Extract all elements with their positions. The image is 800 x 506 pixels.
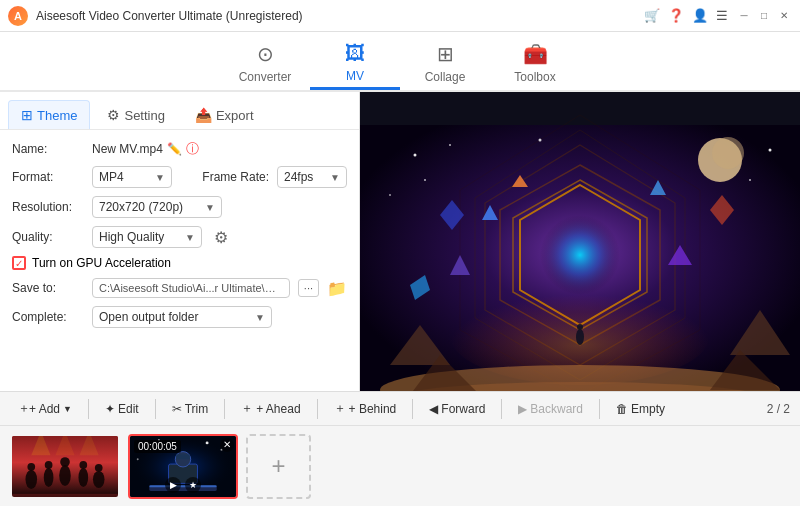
sep7 — [599, 399, 600, 419]
maximize-button[interactable]: □ — [756, 8, 772, 24]
help-icon[interactable]: ❓ — [668, 8, 684, 23]
save-to-row: Save to: C:\Aiseesoft Studio\Ai...r Ulti… — [12, 278, 347, 298]
mv-icon: 🖼 — [345, 42, 365, 65]
sep2 — [155, 399, 156, 419]
tab-mv-label: MV — [346, 69, 364, 83]
trim-button[interactable]: ✂ Trim — [164, 399, 217, 419]
quality-select[interactable]: High Quality ▼ — [92, 226, 202, 248]
empty-button[interactable]: 🗑 Empty — [608, 399, 673, 419]
svg-point-40 — [60, 457, 70, 467]
clip-2-play[interactable]: ▶ — [165, 477, 181, 493]
subtab-setting-label: Setting — [124, 108, 164, 123]
add-arrow: ▼ — [63, 404, 72, 414]
svg-point-35 — [25, 469, 37, 488]
gpu-label: Turn on GPU Acceleration — [32, 256, 171, 270]
clip-item-1[interactable] — [10, 434, 120, 499]
clip-2-duration: 00:00:05 — [134, 440, 181, 453]
svg-rect-52 — [176, 454, 189, 459]
clip-2-star[interactable]: ★ — [185, 477, 201, 493]
svg-point-28 — [576, 329, 584, 345]
format-arrow: ▼ — [155, 172, 165, 183]
svg-point-44 — [95, 463, 103, 471]
svg-point-38 — [45, 461, 53, 469]
minimize-button[interactable]: ─ — [736, 8, 752, 24]
toolbox-icon: 🧰 — [523, 42, 548, 66]
backward-icon: ▶ — [518, 402, 527, 416]
cart-icon[interactable]: 🛒 — [644, 8, 660, 23]
quality-arrow: ▼ — [185, 232, 195, 243]
gpu-checkbox[interactable]: ✓ — [12, 256, 26, 270]
ahead-button[interactable]: ＋ + Ahead — [233, 397, 308, 420]
folder-icon[interactable]: 📁 — [327, 279, 347, 298]
clip-1-thumbnail — [12, 436, 118, 497]
setting-icon: ⚙ — [107, 107, 120, 123]
empty-icon: 🗑 — [616, 402, 628, 416]
ahead-icon: ＋ — [241, 400, 253, 417]
resolution-select[interactable]: 720x720 (720p) ▼ — [92, 196, 222, 218]
edit-icon: ✦ — [105, 402, 115, 416]
frame-rate-label: Frame Rate: — [202, 170, 269, 184]
main-nav: ⊙ Converter 🖼 MV ⊞ Collage 🧰 Toolbox — [0, 32, 800, 92]
clip-2-close[interactable]: ✕ — [220, 438, 234, 452]
bottom-area: ＋ + Add ▼ ✦ Edit ✂ Trim ＋ + Ahead ＋ + Be… — [0, 391, 800, 506]
save-path[interactable]: C:\Aiseesoft Studio\Ai...r Ultimate\MV E… — [92, 278, 290, 298]
svg-point-22 — [749, 179, 751, 181]
tab-collage[interactable]: ⊞ Collage — [400, 38, 490, 90]
add-clip-button[interactable]: + — [246, 434, 311, 499]
name-row: Name: New MV.mp4 ✏️ ⓘ — [12, 140, 347, 158]
edit-name-icon[interactable]: ✏️ — [167, 142, 182, 156]
sub-tabs: ⊞ Theme ⚙ Setting 📤 Export — [0, 92, 359, 130]
tab-mv[interactable]: 🖼 MV — [310, 38, 400, 90]
svg-point-7 — [540, 215, 620, 295]
svg-point-41 — [78, 467, 88, 486]
subtab-export-label: Export — [216, 108, 254, 123]
behind-icon: ＋ — [334, 400, 346, 417]
behind-button[interactable]: ＋ + Behind — [326, 397, 405, 420]
complete-arrow: ▼ — [255, 312, 265, 323]
subtab-theme[interactable]: ⊞ Theme — [8, 100, 90, 129]
svg-point-25 — [424, 179, 426, 181]
frame-rate-select[interactable]: 24fps ▼ — [277, 166, 347, 188]
resolution-arrow: ▼ — [205, 202, 215, 213]
subtab-setting[interactable]: ⚙ Setting — [94, 100, 177, 129]
subtab-export[interactable]: 📤 Export — [182, 100, 267, 129]
browse-button[interactable]: ··· — [298, 279, 319, 297]
complete-select[interactable]: Open output folder ▼ — [92, 306, 272, 328]
quality-settings-icon[interactable]: ⚙ — [214, 228, 228, 247]
tab-toolbox[interactable]: 🧰 Toolbox — [490, 38, 580, 90]
quality-row: Quality: High Quality ▼ ⚙ — [12, 226, 347, 248]
tab-converter-label: Converter — [239, 70, 292, 84]
trim-icon: ✂ — [172, 402, 182, 416]
info-icon[interactable]: ⓘ — [186, 140, 199, 158]
svg-point-24 — [389, 194, 391, 196]
resolution-row: Resolution: 720x720 (720p) ▼ — [12, 196, 347, 218]
close-button[interactable]: ✕ — [776, 8, 792, 24]
sep6 — [501, 399, 502, 419]
svg-point-36 — [27, 462, 35, 470]
svg-point-19 — [414, 154, 417, 157]
tab-toolbox-label: Toolbox — [514, 70, 555, 84]
tab-converter[interactable]: ⊙ Converter — [220, 38, 310, 90]
quality-label: Quality: — [12, 230, 84, 244]
user-icon[interactable]: 👤 — [692, 8, 708, 23]
svg-point-21 — [539, 139, 542, 142]
video-preview — [360, 92, 800, 438]
add-button[interactable]: ＋ + Add ▼ — [10, 397, 80, 420]
edit-button[interactable]: ✦ Edit — [97, 399, 147, 419]
format-row: Format: MP4 ▼ Frame Rate: 24fps ▼ — [12, 166, 347, 188]
svg-point-42 — [79, 461, 87, 469]
clip-2-controls: ▶ ★ — [165, 477, 201, 493]
svg-point-43 — [93, 470, 105, 487]
forward-button[interactable]: ◀ Forward — [421, 399, 493, 419]
sep3 — [224, 399, 225, 419]
clip-item-2[interactable]: 00:00:05 ✕ ▶ ★ — [128, 434, 238, 499]
format-select[interactable]: MP4 ▼ — [92, 166, 172, 188]
sep4 — [317, 399, 318, 419]
svg-point-20 — [449, 144, 451, 146]
menu-icon[interactable]: ☰ — [716, 8, 728, 23]
titlebar: A Aiseesoft Video Converter Ultimate (Un… — [0, 0, 800, 32]
backward-button[interactable]: ▶ Backward — [510, 399, 591, 419]
format-label: Format: — [12, 170, 84, 184]
name-label: Name: — [12, 142, 84, 156]
collage-icon: ⊞ — [437, 42, 454, 66]
